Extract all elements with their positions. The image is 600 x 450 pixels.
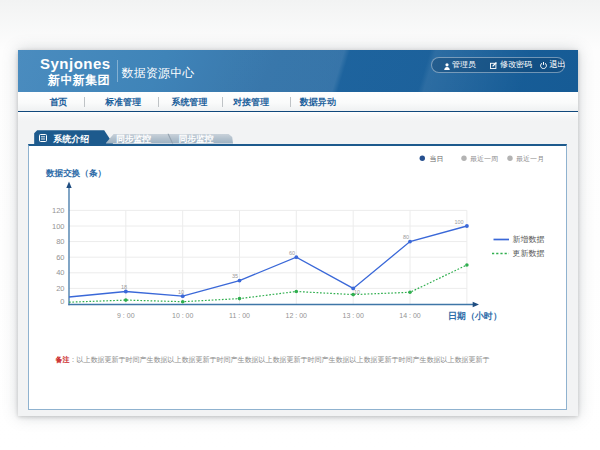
svg-text:100: 100 (52, 222, 65, 231)
svg-text:10: 10 (354, 289, 360, 295)
svg-text:当日: 当日 (430, 155, 444, 163)
svg-text:9 : 00: 9 : 00 (117, 312, 135, 319)
svg-text:40: 40 (56, 268, 64, 277)
svg-text:20: 20 (56, 284, 64, 293)
svg-text:60: 60 (56, 253, 64, 262)
svg-text:10: 10 (178, 289, 184, 295)
svg-text:最近一月: 最近一月 (516, 155, 544, 163)
svg-text:日期（小时）: 日期（小时） (448, 311, 502, 321)
svg-text:最近一周: 最近一周 (470, 155, 498, 162)
svg-text:13 : 00: 13 : 00 (342, 312, 364, 319)
svg-text:100: 100 (454, 219, 463, 225)
svg-text:35: 35 (232, 273, 238, 279)
svg-text:12 : 00: 12 : 00 (286, 312, 308, 319)
svg-text:60: 60 (289, 250, 295, 256)
svg-text:0: 0 (60, 297, 64, 306)
svg-text:新增数据: 新增数据 (513, 235, 545, 244)
svg-text:更新数据: 更新数据 (513, 249, 545, 258)
svg-text:18: 18 (121, 284, 127, 290)
svg-text:120: 120 (52, 206, 65, 215)
svg-text:10 : 00: 10 : 00 (172, 312, 194, 319)
svg-text:11 : 00: 11 : 00 (229, 312, 250, 319)
svg-text:数据交换（条）: 数据交换（条） (45, 168, 106, 178)
svg-text:80: 80 (403, 234, 409, 240)
svg-text:80: 80 (56, 237, 64, 246)
svg-text:14 : 00: 14 : 00 (399, 312, 421, 319)
